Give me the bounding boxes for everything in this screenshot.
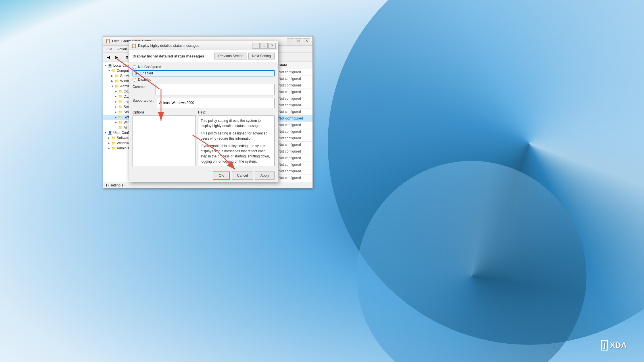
radio-disabled[interactable]: Disabled — [133, 78, 275, 82]
dialog-title-text: Display highly detailed status messages — [138, 44, 199, 48]
gp-editor-status-bar: 17 setting(s) — [103, 182, 313, 188]
toolbar-back-btn[interactable]: ◀ — [105, 54, 112, 60]
dialog-policy-title: Display highly detailed status messages — [133, 54, 214, 58]
comment-section: Comment: — [133, 84, 275, 95]
status-text: 17 setting(s) — [106, 183, 124, 187]
help-para-1: This policy setting directs the system t… — [201, 118, 272, 128]
comment-textarea[interactable] — [156, 84, 275, 95]
comment-label: Comment: — [133, 85, 153, 89]
options-box — [133, 115, 196, 166]
dialog-close-btn[interactable]: ✕ — [268, 43, 276, 49]
dialog-title-left: 📋 Display highly detailed status message… — [131, 43, 199, 48]
dialog-nav-buttons: Previous Setting Next Setting — [214, 53, 275, 59]
radio-enabled-input[interactable] — [135, 72, 139, 75]
dialog-body: Not Configured Enabled Disabled Comment:… — [129, 62, 278, 169]
dialog-window-controls: ─ □ ✕ — [252, 43, 276, 49]
settings-state-col-header: State — [277, 62, 311, 68]
help-text-box: This policy setting directs the system t… — [198, 115, 275, 166]
dialog-footer: OK Cancel Apply — [129, 169, 278, 182]
menu-file[interactable]: File — [104, 47, 114, 52]
radio-enabled-label: Enabled — [140, 71, 153, 75]
toolbar-forward-btn[interactable]: ▶ — [113, 54, 120, 60]
dialog-header-band: Display highly detailed status messages … — [129, 50, 278, 62]
dialog-minimize-btn[interactable]: ─ — [252, 43, 260, 49]
radio-not-configured-input[interactable] — [133, 65, 136, 69]
radio-group: Not Configured Enabled Disabled — [133, 65, 275, 82]
radio-enabled[interactable]: Enabled — [133, 70, 275, 76]
ok-button[interactable]: OK — [213, 172, 230, 180]
cancel-button[interactable]: Cancel — [232, 172, 253, 180]
dialog-titlebar: 📋 Display highly detailed status message… — [129, 41, 278, 50]
apply-button[interactable]: Apply — [255, 172, 275, 180]
options-panel: Options: — [133, 110, 196, 166]
supported-label: Supported on: — [133, 99, 154, 103]
gp-editor-close-btn[interactable]: ✕ — [303, 38, 310, 44]
radio-not-configured[interactable]: Not Configured — [133, 65, 275, 69]
xda-logo: ] XDA — [601, 340, 627, 351]
radio-disabled-input[interactable] — [133, 78, 136, 82]
radio-disabled-label: Disabled — [138, 78, 152, 82]
help-panel: Help: This policy setting directs the sy… — [198, 110, 275, 166]
help-para-3: If you enable this policy setting, the s… — [201, 143, 272, 164]
gp-editor-icon: 📋 — [106, 39, 110, 43]
supported-value-text: At least Windows 2000 — [159, 101, 194, 105]
xda-bracket-left: ] — [601, 340, 608, 351]
menu-action[interactable]: Action — [115, 47, 129, 52]
help-para-2: This policy setting is designed for adva… — [201, 131, 272, 141]
gp-editor-window-controls: ─ □ ✕ — [287, 38, 310, 44]
options-label: Options: — [133, 110, 196, 114]
toolbar-sep-1 — [122, 55, 122, 60]
help-label: Help: — [198, 110, 275, 114]
supported-section: Supported on: At least Windows 2000 — [133, 98, 275, 108]
options-help-row: Options: Help: This policy setting direc… — [133, 110, 275, 166]
gp-editor-minimize-btn[interactable]: ─ — [287, 38, 294, 44]
supported-value-box: At least Windows 2000 — [157, 98, 275, 108]
setting-dialog: 📋 Display highly detailed status message… — [129, 41, 278, 182]
dialog-icon: 📋 — [131, 43, 136, 48]
radio-not-configured-label: Not Configured — [138, 65, 161, 69]
next-setting-btn[interactable]: Next Setting — [248, 53, 275, 59]
dialog-maximize-btn[interactable]: □ — [260, 43, 268, 49]
gp-editor-maximize-btn[interactable]: □ — [295, 38, 302, 44]
previous-setting-btn[interactable]: Previous Setting — [214, 53, 247, 59]
